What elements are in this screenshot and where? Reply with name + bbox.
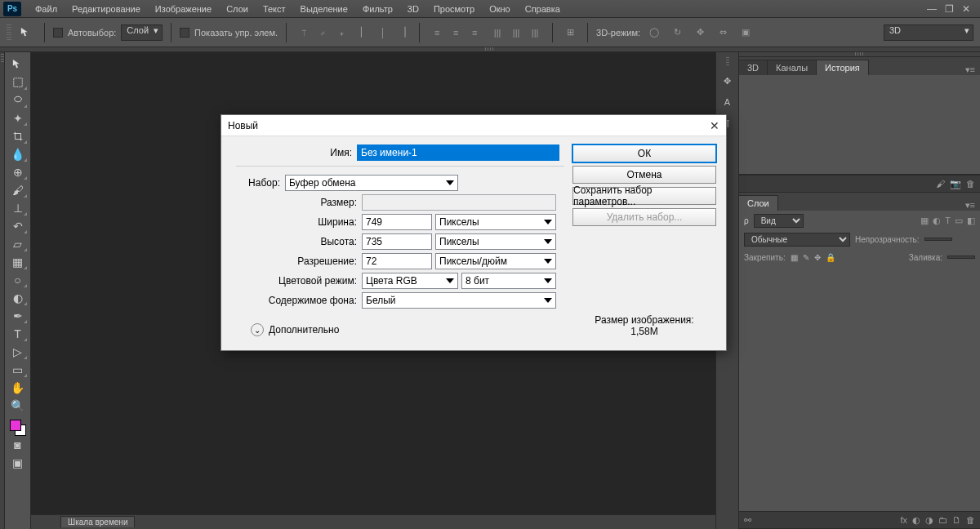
resolution-unit-dropdown[interactable]: Пикселы/дюйм (435, 253, 556, 269)
bit-depth-dropdown[interactable]: 8 бит (461, 273, 556, 289)
resolution-input[interactable] (362, 253, 432, 269)
resolution-label: Разрешение: (236, 256, 362, 267)
image-size-value: 1,58M (572, 326, 716, 337)
width-unit-dropdown[interactable]: Пикселы (435, 214, 556, 230)
preset-label: Набор: (236, 177, 285, 189)
dialog-close-icon[interactable]: ✕ (710, 119, 719, 132)
size-dropdown (362, 194, 556, 211)
name-label: Имя: (231, 147, 357, 158)
chevron-down-icon: ⌄ (251, 323, 264, 336)
color-mode-label: Цветовой режим: (236, 275, 362, 287)
delete-preset-button: Удалить набор... (572, 208, 716, 226)
new-document-dialog: Новый ✕ Имя: Набор: Буфер обмена Размер: (220, 114, 727, 351)
cancel-button[interactable]: Отмена (572, 166, 716, 184)
advanced-toggle[interactable]: ⌄ Дополнительно (251, 323, 564, 336)
background-label: Содержимое фона: (236, 295, 362, 306)
width-label: Ширина: (236, 216, 362, 228)
preset-dropdown[interactable]: Буфер обмена (285, 175, 458, 191)
color-mode-dropdown[interactable]: Цвета RGB (362, 273, 458, 289)
size-label: Размер: (236, 197, 362, 208)
height-label: Высота: (236, 236, 362, 247)
height-unit-dropdown[interactable]: Пикселы (435, 233, 556, 250)
background-dropdown[interactable]: Белый (362, 292, 556, 309)
ok-button[interactable]: ОК (572, 144, 716, 162)
dialog-title: Новый (228, 120, 258, 131)
name-input[interactable] (357, 144, 559, 161)
image-size-label: Размер изображения: (572, 314, 716, 326)
height-input[interactable] (362, 233, 432, 250)
width-input[interactable] (362, 214, 432, 230)
save-preset-button[interactable]: Сохранить набор параметров... (572, 187, 716, 205)
